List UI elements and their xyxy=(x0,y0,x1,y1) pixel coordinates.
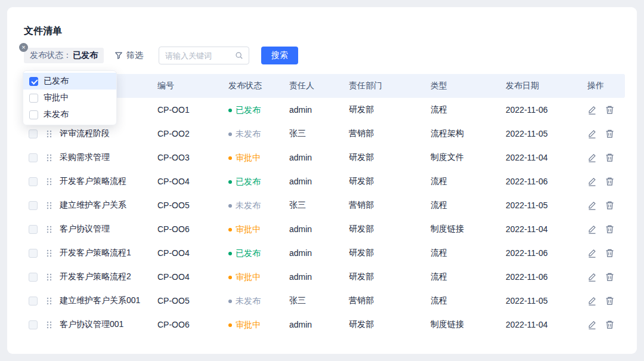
option-label: 审批中 xyxy=(44,92,69,103)
status-dot xyxy=(228,204,232,208)
status-badge: 未发布 xyxy=(228,296,261,307)
file-name: 开发客户策略流程 xyxy=(60,176,154,187)
row-checkbox[interactable] xyxy=(29,297,38,306)
file-type: 流程架构 xyxy=(427,128,502,139)
file-list-card: 文件清单 × 发布状态： 已发布 筛选 搜索 xyxy=(7,7,637,354)
clear-filter-icon[interactable]: × xyxy=(19,43,28,52)
filter-button[interactable]: 筛选 xyxy=(114,50,143,61)
status-label: 未发布 xyxy=(236,296,261,307)
dropdown-option[interactable]: 已发布 xyxy=(23,73,116,90)
file-name: 客户协议管理 xyxy=(60,224,154,235)
page-title: 文件清单 xyxy=(24,25,62,38)
edit-icon[interactable] xyxy=(587,105,597,115)
publish-date: 2022-11-04 xyxy=(502,320,584,329)
delete-icon[interactable] xyxy=(605,129,614,138)
delete-icon[interactable] xyxy=(605,153,614,162)
delete-icon[interactable] xyxy=(605,248,614,258)
drag-handle-icon[interactable] xyxy=(47,249,52,257)
dropdown-option[interactable]: 审批中 xyxy=(23,90,116,106)
file-code: CP-OO4 xyxy=(154,177,225,186)
edit-icon[interactable] xyxy=(587,248,597,258)
file-code: CP-OO1 xyxy=(154,105,225,115)
file-type: 制度链接 xyxy=(427,224,502,235)
delete-icon[interactable] xyxy=(605,200,614,210)
row-checkbox[interactable] xyxy=(29,273,38,282)
status-dot xyxy=(228,300,232,303)
edit-icon[interactable] xyxy=(587,272,597,282)
status-label: 审批中 xyxy=(236,272,261,283)
edit-icon[interactable] xyxy=(587,200,597,210)
edit-icon[interactable] xyxy=(587,129,597,138)
file-type: 流程 xyxy=(427,248,502,258)
department: 营销部 xyxy=(345,200,427,211)
edit-icon[interactable] xyxy=(587,320,597,329)
header-cell-status: 发布状态 xyxy=(225,81,286,91)
delete-icon[interactable] xyxy=(605,320,614,329)
table-row: 建立维护客户关系001 CP-OO5 未发布 张三 营销部 流程 2022-11… xyxy=(24,289,625,313)
owner: admin xyxy=(286,224,345,234)
search-button[interactable]: 搜索 xyxy=(261,47,298,64)
option-label: 已发布 xyxy=(44,76,69,87)
delete-icon[interactable] xyxy=(605,272,614,282)
edit-icon[interactable] xyxy=(587,224,597,234)
edit-icon[interactable] xyxy=(587,177,597,186)
row-checkbox[interactable] xyxy=(29,177,38,186)
owner: 张三 xyxy=(286,200,345,211)
dropdown-option[interactable]: 未发布 xyxy=(23,106,116,123)
status-label: 审批中 xyxy=(236,224,261,235)
drag-handle-icon[interactable] xyxy=(47,130,52,138)
file-type: 制度文件 xyxy=(427,152,502,163)
row-checkbox[interactable] xyxy=(29,320,38,329)
row-checkbox[interactable] xyxy=(29,129,38,138)
delete-icon[interactable] xyxy=(605,177,614,186)
status-badge: 已发布 xyxy=(228,248,261,259)
drag-handle-icon[interactable] xyxy=(47,202,52,209)
row-checkbox[interactable] xyxy=(29,153,38,162)
drag-handle-icon[interactable] xyxy=(47,321,52,329)
drag-handle-icon[interactable] xyxy=(47,273,52,281)
delete-icon[interactable] xyxy=(605,105,614,115)
file-code: CP-OO5 xyxy=(154,200,225,210)
drag-handle-icon[interactable] xyxy=(47,178,52,186)
edit-icon[interactable] xyxy=(587,153,597,162)
publish-date: 2022-11-06 xyxy=(502,272,584,282)
option-checkbox[interactable] xyxy=(29,110,38,119)
table-row: 开发客户策略流程 CP-OO4 已发布 admin 研发部 流程 2022-11… xyxy=(24,169,625,193)
delete-icon[interactable] xyxy=(605,224,614,234)
status-badge: 未发布 xyxy=(228,129,261,140)
status-dot xyxy=(228,180,232,184)
department: 研发部 xyxy=(345,176,427,187)
file-type: 流程 xyxy=(427,200,502,211)
search-box xyxy=(159,47,249,64)
drag-handle-icon[interactable] xyxy=(47,226,52,233)
option-checkbox[interactable] xyxy=(29,77,38,86)
row-checkbox[interactable] xyxy=(29,249,38,258)
filter-bar: × 发布状态： 已发布 筛选 搜索 xyxy=(24,47,298,64)
publish-date: 2022-11-06 xyxy=(502,105,584,115)
file-name: 建立维护客户关系001 xyxy=(60,295,154,306)
file-type: 流程 xyxy=(427,271,502,282)
publish-date: 2022-11-04 xyxy=(502,153,584,162)
delete-icon[interactable] xyxy=(605,296,614,306)
drag-handle-icon[interactable] xyxy=(47,297,52,305)
file-name: 客户协议管理001 xyxy=(60,319,154,330)
header-cell-owner: 责任人 xyxy=(286,81,345,91)
option-checkbox[interactable] xyxy=(29,94,38,103)
search-input[interactable] xyxy=(165,51,235,60)
status-dot xyxy=(228,323,232,327)
table-row: 采购需求管理 CP-OO3 审批中 admin 研发部 制度文件 2022-11… xyxy=(24,146,625,169)
table-body: CP-OO1 已发布 admin 研发部 流程 2022-11-06 xyxy=(24,98,625,337)
owner: admin xyxy=(286,105,345,115)
status-badge: 审批中 xyxy=(228,224,261,235)
department: 研发部 xyxy=(345,271,427,282)
file-type: 制度链接 xyxy=(427,319,502,330)
row-checkbox[interactable] xyxy=(29,225,38,234)
drag-handle-icon[interactable] xyxy=(47,154,52,162)
publish-date: 2022-11-06 xyxy=(502,177,584,186)
header-cell-type: 类型 xyxy=(427,81,502,91)
status-badge: 审批中 xyxy=(228,272,261,283)
row-checkbox[interactable] xyxy=(29,201,38,210)
status-filter-tag[interactable]: × 发布状态： 已发布 xyxy=(24,48,104,63)
status-badge: 未发布 xyxy=(228,200,261,211)
edit-icon[interactable] xyxy=(587,296,597,306)
